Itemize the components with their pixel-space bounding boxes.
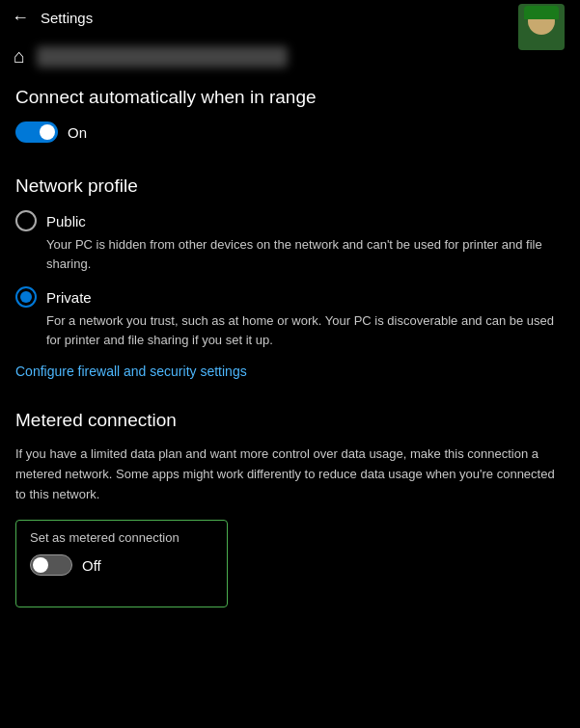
back-button[interactable]: ← [12,8,29,28]
public-desc: Your PC is hidden from other devices on … [46,235,565,273]
connect-auto-toggle-row: On [15,121,565,143]
metered-toggle[interactable] [30,554,72,576]
public-label: Public [46,213,86,229]
toggle-thumb [40,124,55,140]
header-title: Settings [41,10,93,26]
network-bar: ⌂ [0,36,580,77]
header: ← Settings [0,0,580,36]
metered-toggle-state: Off [82,557,101,574]
avatar [518,4,565,50]
network-name-blurred [37,46,288,67]
metered-section: Metered connection If you have a limited… [0,400,580,613]
avatar-image [518,4,565,50]
private-option: Private For a network you trust, such as… [15,286,565,349]
metered-toggle-box: Set as metered connection Off [15,520,228,607]
private-label: Private [46,289,92,306]
metered-title: Metered connection [15,410,565,431]
metered-desc: If you have a limited data plan and want… [15,445,565,504]
network-profile-section: Network profile Public Your PC is hidden… [0,166,580,400]
connect-auto-toggle-label: On [68,124,87,141]
public-radio-row: Public [15,210,565,231]
network-profile-title: Network profile [15,175,565,197]
connect-auto-toggle[interactable] [15,121,58,143]
private-radio[interactable] [15,286,37,308]
private-desc: For a network you trust, such as at home… [46,311,565,349]
public-option: Public Your PC is hidden from other devi… [15,210,565,273]
metered-toggle-label: Set as metered connection [30,530,213,545]
public-radio[interactable] [15,210,37,231]
metered-toggle-row: Off [30,554,213,576]
home-icon: ⌂ [14,45,25,67]
firewall-link[interactable]: Configure firewall and security settings [15,364,247,379]
connect-auto-section: Connect automatically when in range On [0,77,580,166]
radio-inner-dot [20,291,32,303]
private-radio-row: Private [15,286,565,308]
connect-auto-title: Connect automatically when in range [15,87,565,108]
